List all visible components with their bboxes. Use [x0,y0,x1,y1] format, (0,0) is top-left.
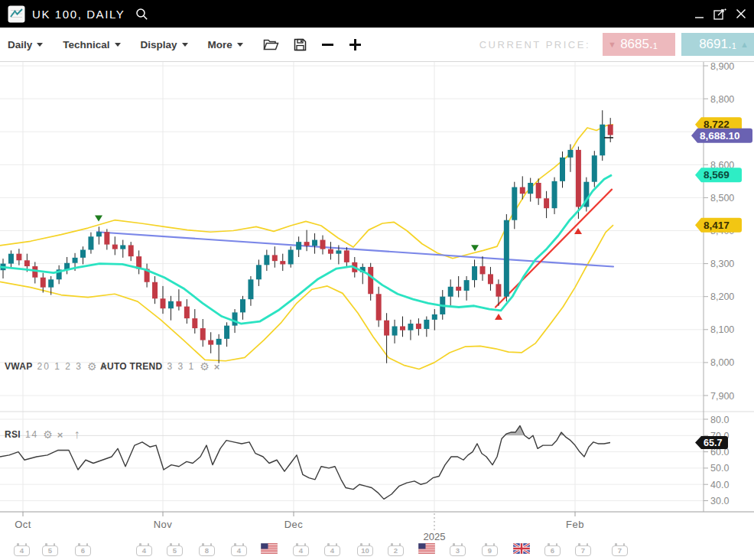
svg-text:50.0: 50.0 [710,463,729,474]
svg-text:8,100: 8,100 [710,324,734,335]
auto-trend-remove-icon[interactable]: × [214,362,220,372]
calendar-event-day[interactable]: 5 [42,545,58,556]
minimize-icon[interactable] [694,9,704,19]
rsi-legend: RSI 14 ⚙ × ↑ [5,428,80,441]
trendlines-layer [97,190,613,308]
calendar-event-day[interactable]: 4 [14,545,30,556]
buy-price-value: 8691. [699,37,732,52]
search-icon[interactable] [135,8,148,21]
svg-text:Dec: Dec [284,519,304,530]
calendar-event-day[interactable]: 5 [167,545,183,556]
rsi-settings-gear-icon[interactable]: ⚙ [43,429,53,440]
svg-text:8,000: 8,000 [710,357,734,368]
calendar-event-day[interactable]: 7 [612,545,628,556]
vwap-legend: VWAP 20 1 2 3 ⚙ × [5,361,107,372]
menu-display-label: Display [141,39,177,50]
calendar-event-day[interactable]: 4 [136,545,152,556]
up-arrow-icon: ▲ [740,40,749,49]
chart-logo-icon [8,5,25,23]
vwap-legend-name: VWAP [5,361,33,372]
calendar-event-day[interactable]: 4 [231,545,247,556]
svg-text:7,900: 7,900 [710,391,734,402]
chevron-down-icon [115,43,121,47]
us-flag-event-icon[interactable] [261,543,278,557]
calendar-event-day[interactable]: 4 [324,545,340,556]
open-folder-icon[interactable] [263,38,279,51]
svg-text:8,200: 8,200 [710,291,734,302]
svg-text:8,800: 8,800 [710,94,734,105]
menu-display[interactable]: Display [141,39,188,50]
current-price-label: CURRENT PRICE: [479,39,590,50]
calendar-event-day[interactable]: 2 [388,545,404,556]
svg-text:40.0: 40.0 [710,480,729,490]
sell-price-sub: 1 [653,41,658,50]
svg-text:2025: 2025 [424,531,446,542]
calendar-event-day[interactable]: 3 [450,545,466,556]
menu-more-label: More [208,39,232,50]
svg-text:Oct: Oct [15,519,31,530]
menu-technical-label: Technical [63,39,109,50]
svg-text:8,900: 8,900 [710,62,734,72]
svg-text:Feb: Feb [566,519,584,530]
svg-text:80.0: 80.0 [710,415,729,425]
buy-price-sub: 1 [732,41,736,50]
menu-technical[interactable]: Technical [63,39,120,50]
us-flag-event-icon[interactable] [418,543,435,557]
svg-text:8,500: 8,500 [710,193,734,203]
svg-text:65.7: 65.7 [704,438,722,448]
uk-flag-event-icon[interactable] [513,543,530,557]
auto-trend-settings-gear-icon[interactable]: ⚙ [200,361,210,372]
calendar-event-day[interactable]: 6 [75,545,91,556]
auto-trend-legend-name: AUTO TREND [100,361,162,372]
menu-more[interactable]: More [208,39,243,50]
toolbar: Daily Technical Display More [0,28,754,61]
calendar-event-day[interactable]: 10 [357,545,373,556]
menu-timeframe-label: Daily [8,39,32,50]
menu-timeframe[interactable]: Daily [8,39,43,50]
down-arrow-icon: ▼ [608,40,616,49]
zoom-out-icon[interactable] [321,38,334,51]
svg-text:8,569: 8,569 [704,169,730,181]
close-icon[interactable] [736,8,746,19]
instrument-title: UK 100, DAILY [32,8,125,21]
save-icon[interactable] [294,38,307,51]
titlebar: UK 100, DAILY [0,0,754,28]
svg-text:8,300: 8,300 [710,259,734,269]
calendar-event-day[interactable]: 6 [544,545,561,556]
chart-canvas[interactable]: 8,9008,8008,6008,5008,4008,3008,2008,100… [0,62,754,560]
zoom-in-icon[interactable] [349,38,362,51]
chevron-down-icon [237,43,243,47]
chart-window: UK 100, DAILY Daily [0,0,754,560]
popout-icon[interactable] [713,8,726,20]
candles-layer [1,110,613,363]
calendar-event-day[interactable]: 4 [293,545,309,556]
calendar-event-day[interactable]: 7 [575,545,591,556]
time-axis-labels: OctNovDecFeb2025 [15,512,584,542]
sell-price-value: 8685. [620,37,653,52]
rsi-move-up-arrow-icon[interactable]: ↑ [73,428,80,441]
rsi-legend-name: RSI [5,429,21,440]
sell-price-badge[interactable]: ▼ 8685.1 [603,33,675,56]
chevron-down-icon [182,43,188,47]
svg-text:Nov: Nov [154,519,173,530]
chart-area: 8,9008,8008,6008,5008,4008,3008,2008,100… [0,61,754,560]
rsi-layer [0,426,610,500]
rsi-legend-params: 14 [25,429,38,440]
svg-text:8,688.10: 8,688.10 [700,130,740,142]
auto-trend-legend: AUTO TREND 3 3 1 ⚙ × [100,361,219,372]
chevron-down-icon [37,43,43,47]
auto-trend-legend-params: 3 3 1 [167,361,195,372]
svg-text:30.0: 30.0 [710,496,729,506]
rsi-remove-icon[interactable]: × [57,430,63,440]
vwap-legend-params: 20 1 2 3 [37,361,83,372]
calendar-event-day[interactable]: 9 [482,545,498,556]
svg-text:8,417: 8,417 [704,220,730,231]
grid-layer: 8,9008,8008,6008,5008,4008,3008,2008,100… [0,62,754,512]
calendar-event-day[interactable]: 8 [199,545,215,556]
vwap-settings-gear-icon[interactable]: ⚙ [87,361,97,372]
buy-price-badge[interactable]: 8691.1 ▲ [681,33,754,56]
